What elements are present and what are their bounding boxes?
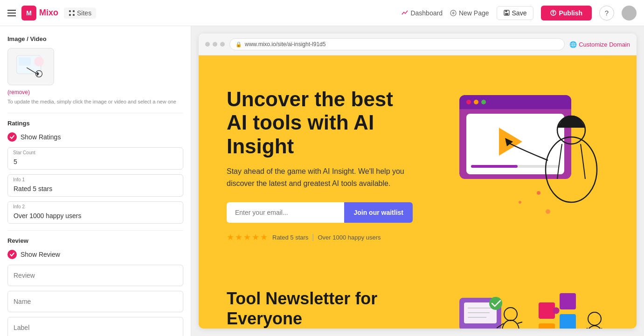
hero-section: Uncover the best AI tools with AI Insigh… (199, 55, 637, 270)
svg-point-49 (553, 308, 560, 314)
dot-1 (205, 42, 210, 47)
media-help-text: To update the media, simply click the im… (7, 98, 183, 105)
info2-field: Info 2 (7, 201, 183, 224)
star-count-label: Star Count (13, 150, 35, 155)
waitlist-button[interactable]: Join our waitlist (344, 202, 413, 223)
name-field (7, 291, 183, 312)
image-preview[interactable] (7, 48, 54, 85)
user-avatar[interactable] (622, 6, 637, 21)
svg-rect-3 (73, 14, 75, 16)
star-count-field: Star Count (7, 147, 183, 170)
publish-button[interactable]: Publish (541, 6, 592, 21)
right-panel: 🔒 www.mixo.io/site/ai-insight-l91d5 🌐 Cu… (191, 26, 644, 336)
svg-point-39 (489, 297, 502, 310)
main-layout: Image / Video (remove) To update the med… (0, 26, 644, 336)
customize-domain-link[interactable]: 🌐 Customize Domain (569, 41, 630, 48)
image-video-section-title: Image / Video (7, 35, 183, 42)
browser-frame: 🔒 www.mixo.io/site/ai-insight-l91d5 🌐 Cu… (199, 34, 637, 329)
show-ratings-row: Show Ratings (7, 132, 183, 142)
info2-label: Info 2 (13, 204, 25, 209)
svg-line-43 (518, 322, 522, 323)
hero-form: Join our waitlist (227, 202, 413, 223)
save-button[interactable]: Save (497, 6, 534, 20)
svg-rect-0 (69, 10, 71, 12)
new-page-icon (450, 10, 457, 16)
svg-point-31 (537, 191, 540, 195)
url-bar[interactable]: 🔒 www.mixo.io/site/ai-insight-l91d5 (229, 38, 565, 50)
browser-dots (205, 42, 225, 47)
dashboard-icon (402, 10, 408, 16)
preview-image (14, 53, 47, 81)
logo: M Mixo (21, 6, 58, 21)
logo-icon: M (21, 6, 36, 21)
info1-input[interactable] (7, 174, 183, 197)
review-field (7, 265, 183, 286)
svg-point-33 (546, 209, 550, 214)
svg-rect-15 (19, 57, 31, 66)
checkmark-icon (9, 134, 15, 140)
browser-bar: 🔒 www.mixo.io/site/ai-insight-l91d5 🌐 Cu… (199, 34, 637, 55)
hero-text: Uncover the best AI tools with AI Insigh… (227, 88, 413, 243)
dashboard-button[interactable]: Dashboard (402, 9, 443, 17)
svg-point-41 (502, 320, 519, 329)
grid-icon (69, 10, 75, 16)
sites-badge[interactable]: Sites (64, 7, 96, 19)
publish-icon (550, 10, 556, 16)
lock-icon: 🔒 (235, 41, 242, 48)
review-input[interactable] (7, 265, 183, 286)
svg-rect-2 (69, 14, 71, 16)
svg-line-52 (581, 328, 588, 329)
label-input[interactable] (7, 317, 183, 336)
hero-title: Uncover the best AI tools with AI Insigh… (227, 88, 413, 158)
svg-rect-9 (505, 13, 508, 15)
info1-field: Info 1 (7, 174, 183, 197)
svg-rect-47 (560, 314, 576, 329)
star-rating: ★★★★★ (227, 232, 269, 242)
info2-input[interactable] (7, 201, 183, 224)
happy-users-text: Over 1000 happy users (318, 234, 381, 241)
svg-rect-28 (471, 165, 518, 168)
logo-text: Mixo (39, 8, 58, 18)
email-input[interactable] (227, 202, 344, 223)
help-button[interactable]: ? (599, 6, 614, 21)
save-icon (504, 10, 510, 16)
checkmark-icon-2 (9, 252, 15, 257)
rated-text: Rated 5 stars (272, 234, 308, 241)
hero-svg (431, 86, 609, 244)
svg-rect-8 (505, 10, 507, 12)
info1-label: Info 1 (13, 177, 25, 182)
browser-content: Uncover the best AI tools with AI Insigh… (199, 55, 637, 329)
svg-line-53 (602, 328, 604, 329)
hero-subtitle: Stay ahead of the game with AI Insight. … (227, 165, 413, 189)
section2-layout: Tool Newsletter for Everyone Stay ahead … (227, 288, 609, 329)
svg-point-51 (587, 326, 602, 329)
rating-separator: | (312, 233, 314, 241)
section2-illustrations (450, 288, 609, 329)
top-nav: M Mixo Sites Dashboard New (0, 0, 644, 26)
svg-point-24 (481, 100, 486, 104)
review-section-title: Review (7, 237, 183, 244)
dot-3 (220, 42, 225, 47)
svg-rect-46 (539, 323, 555, 329)
second-section: Tool Newsletter for Everyone Stay ahead … (199, 270, 637, 329)
show-ratings-checkbox[interactable] (7, 132, 17, 142)
svg-point-23 (474, 100, 478, 104)
url-text: www.mixo.io/site/ai-insight-l91d5 (245, 41, 325, 48)
svg-point-22 (466, 100, 471, 104)
label-field (7, 317, 183, 336)
new-page-button[interactable]: New Page (450, 9, 489, 17)
remove-link[interactable]: (remove) (7, 89, 183, 96)
show-review-checkbox[interactable] (7, 250, 17, 259)
nav-left: M Mixo Sites (7, 6, 96, 21)
hamburger-menu[interactable] (7, 10, 16, 16)
name-input[interactable] (7, 291, 183, 312)
svg-rect-1 (73, 10, 75, 12)
section2-text: Tool Newsletter for Everyone Stay ahead … (227, 288, 431, 329)
hero-illustration (431, 86, 609, 244)
puzzle-illustration (534, 288, 609, 329)
show-review-label: Show Review (21, 251, 60, 258)
show-review-row: Show Review (7, 250, 183, 259)
nav-right: Dashboard New Page Save (402, 6, 637, 21)
show-ratings-label: Show Ratings (21, 133, 61, 141)
divider-1 (7, 113, 183, 113)
